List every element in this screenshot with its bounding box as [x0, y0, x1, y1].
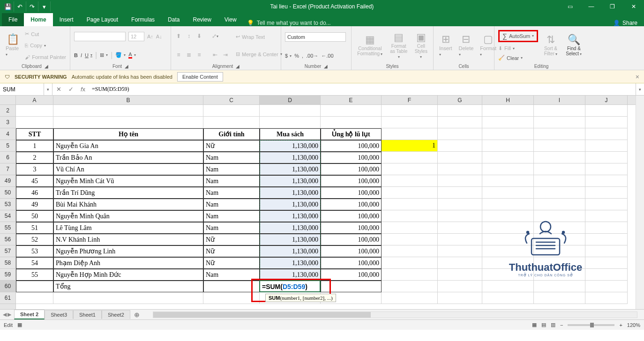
cell[interactable] [53, 105, 203, 117]
cell[interactable] [438, 105, 482, 117]
zoom-out-icon[interactable]: − [560, 322, 563, 328]
cell-ungho[interactable]: 100,000 [321, 222, 382, 234]
cell[interactable] [438, 187, 482, 199]
cell-tong-label[interactable]: Tổng [53, 281, 203, 292]
increase-font-icon[interactable]: A↑ [147, 34, 153, 39]
cell-ungho[interactable]: 100,000 [321, 152, 382, 163]
cell[interactable] [382, 281, 438, 292]
format-painter-button[interactable]: 🖌Format Painter [25, 54, 66, 60]
cell[interactable] [534, 152, 585, 163]
column-header-H[interactable]: H [482, 96, 534, 104]
cell-hoten[interactable]: Trần Trí Dũng [53, 187, 203, 199]
cell[interactable] [585, 292, 628, 304]
row-header-57[interactable]: 57 [0, 245, 15, 257]
column-header-E[interactable]: E [321, 96, 382, 104]
cell[interactable] [16, 105, 53, 117]
cell-muasach[interactable]: 1,130,000 [260, 163, 321, 175]
cell-ungho[interactable]: 100,000 [321, 257, 382, 269]
row-header-55[interactable]: 55 [0, 222, 15, 234]
cell-muasach[interactable]: 1,130,000 [260, 175, 321, 187]
cell-stt[interactable]: 55 [16, 269, 53, 281]
cell[interactable] [321, 105, 382, 117]
cell-muasach[interactable]: 1,130,000 [260, 222, 321, 234]
header-ungho[interactable]: Ủng hộ lũ lụt [321, 128, 382, 140]
cell[interactable] [53, 117, 203, 128]
tab-review[interactable]: Review [186, 13, 217, 26]
cell[interactable] [585, 163, 628, 175]
row-header-58[interactable]: 58 [0, 257, 15, 269]
cell[interactable] [534, 128, 585, 140]
save-icon[interactable]: 💾 [4, 1, 14, 12]
dialog-launcher-icon[interactable]: ◢ [125, 64, 128, 69]
cell-f[interactable] [382, 175, 438, 187]
cell-ungho[interactable]: 100,000 [321, 199, 382, 210]
cell[interactable] [438, 234, 482, 245]
view-pagebreak-icon[interactable]: ▥ [551, 322, 555, 328]
cell-muasach[interactable]: 1,130,000 [260, 199, 321, 210]
cell[interactable] [482, 257, 534, 269]
decrease-font-icon[interactable]: A↓ [156, 34, 162, 39]
cell[interactable] [482, 245, 534, 257]
row-header-61[interactable]: 61 [0, 292, 15, 304]
decrease-decimal-icon[interactable]: ←.00 [321, 53, 333, 59]
cell[interactable] [482, 140, 534, 152]
cell-stt[interactable]: 54 [16, 257, 53, 269]
cell[interactable] [438, 175, 482, 187]
cell[interactable] [585, 222, 628, 234]
fill-color-button[interactable]: 🪣 [115, 52, 126, 58]
cell[interactable] [534, 199, 585, 210]
header-gioitinh[interactable]: Giới tính [203, 128, 260, 140]
column-header-I[interactable]: I [534, 96, 585, 104]
zoom-slider[interactable] [568, 324, 614, 326]
cell-ungho[interactable]: 100,000 [321, 175, 382, 187]
cell-muasach[interactable]: 1,130,000 [260, 234, 321, 245]
cell[interactable] [534, 140, 585, 152]
formula-input[interactable]: =SUM(D5:D59) [89, 83, 636, 95]
font-color-button[interactable]: A [128, 52, 135, 59]
column-header-F[interactable]: F [382, 96, 438, 104]
row-header-2[interactable]: 2 [0, 105, 15, 117]
cell-hoten[interactable]: Nguyễn Gia An [53, 140, 203, 152]
sheet-nav-next-icon[interactable]: ▶ [7, 311, 11, 318]
row-header-54[interactable]: 54 [0, 210, 15, 222]
share-button[interactable]: 👤 Share [607, 20, 644, 26]
cell-hoten[interactable]: Nguyễn Phương Linh [53, 245, 203, 257]
cell-gioitinh[interactable]: Nam [203, 152, 260, 163]
cell[interactable] [585, 140, 628, 152]
cell-gioitinh[interactable]: Nữ [203, 257, 260, 269]
font-size-select[interactable]: 12 [128, 32, 144, 41]
cell[interactable] [585, 105, 628, 117]
cell-hoten[interactable]: Trần Bảo An [53, 152, 203, 163]
cell-stt[interactable]: 2 [16, 152, 53, 163]
close-warning-icon[interactable]: × [636, 73, 639, 81]
dialog-launcher-icon[interactable]: ◢ [324, 64, 328, 69]
align-middle-icon[interactable]: ↕ [185, 32, 193, 40]
cell[interactable] [438, 117, 482, 128]
cell-muasach[interactable]: 1,130,000 [260, 187, 321, 199]
header-muasach[interactable]: Mua sách [260, 128, 321, 140]
cell-ungho[interactable]: 100,000 [321, 163, 382, 175]
cell[interactable] [438, 281, 482, 292]
align-top-icon[interactable]: ⬆ [175, 32, 182, 40]
cell[interactable] [534, 105, 585, 117]
horizontal-scrollbar[interactable] [153, 311, 637, 318]
cells-area[interactable]: STTHọ tênGiới tínhMua sáchỦng hộ lũ lụt1… [16, 105, 636, 309]
decrease-indent-icon[interactable]: ⇤ [211, 51, 219, 59]
cell[interactable] [585, 152, 628, 163]
cell[interactable] [16, 117, 53, 128]
restore-icon[interactable]: ❐ [602, 0, 623, 13]
cell[interactable] [382, 128, 438, 140]
wrap-text-button[interactable]: ↩Wrap Text [236, 34, 282, 40]
cell[interactable] [482, 105, 534, 117]
cell[interactable] [482, 128, 534, 140]
clear-button[interactable]: 🧹Clear [498, 55, 538, 61]
cell[interactable] [438, 163, 482, 175]
tab-insert[interactable]: Insert [53, 13, 80, 26]
cell-gioitinh[interactable]: Nam [203, 163, 260, 175]
cell[interactable] [585, 245, 628, 257]
cell[interactable] [438, 245, 482, 257]
accounting-format-icon[interactable]: $ [285, 53, 292, 59]
cell[interactable] [16, 292, 53, 304]
vertical-scrollbar[interactable] [636, 96, 644, 309]
italic-button[interactable]: I [81, 52, 82, 58]
